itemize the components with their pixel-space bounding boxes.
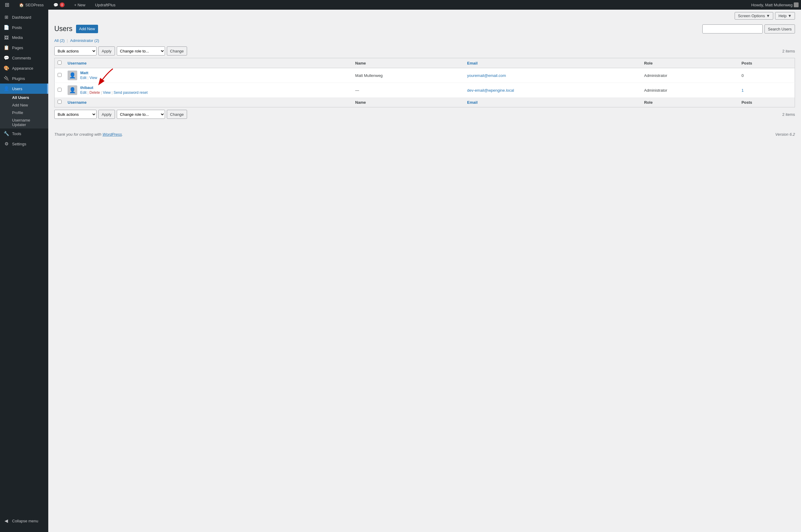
th-email[interactable]: Email: [464, 58, 641, 68]
row-name-cell-thibaut: —: [352, 83, 464, 98]
adminbar-comments[interactable]: 💬 0: [51, 0, 67, 10]
site-home-icon: 🏠: [19, 3, 24, 7]
email-sort-link[interactable]: Email: [467, 61, 478, 65]
sidebar-item-label: Collapse menu: [12, 519, 38, 523]
tfoot-role: Role: [641, 97, 739, 107]
check-all-checkbox[interactable]: [58, 61, 61, 64]
avatar-thibaut: 👤: [68, 86, 77, 95]
version-text: Version 6.2: [775, 132, 795, 137]
sidebar-item-tools[interactable]: 🔧 Tools: [0, 129, 48, 139]
th-username[interactable]: Username: [64, 58, 352, 68]
add-new-button[interactable]: Add New: [76, 25, 98, 33]
search-users-button[interactable]: Search Users: [764, 24, 795, 34]
pages-icon: 📋: [4, 45, 9, 50]
adminbar-new[interactable]: + New: [72, 0, 88, 10]
email-link-matt[interactable]: youremail@email.com: [467, 73, 506, 78]
adminbar-site-name[interactable]: 🏠 SEOPress: [17, 0, 46, 10]
sidebar-item-comments[interactable]: 💬 Comments: [0, 53, 48, 63]
avatar-matt: 👤: [68, 71, 77, 80]
sidebar-item-media[interactable]: 🖼 Media: [0, 33, 48, 42]
row-username-cell: 👤 Matt Edit | View: [64, 68, 352, 83]
sidebar-item-collapse[interactable]: ◀ Collapse menu: [0, 516, 48, 526]
row-actions-matt: Edit | View: [80, 76, 97, 80]
edit-link-matt[interactable]: Edit: [80, 76, 87, 80]
adminbar-plugin[interactable]: UpdraftPlus: [93, 0, 118, 10]
change-button-bottom[interactable]: Change: [167, 110, 187, 119]
table-footer-row: Username Name Email Role Posts: [55, 97, 795, 107]
sidebar-item-users[interactable]: 👤 Users: [0, 83, 48, 94]
change-role-select-bottom[interactable]: Change role to... Subscriber Contributor…: [117, 110, 165, 119]
appearance-icon: 🎨: [4, 65, 9, 71]
email-sort-link-bottom[interactable]: Email: [467, 100, 478, 104]
sidebar-item-plugins[interactable]: 🔌 Plugins: [0, 73, 48, 83]
tools-icon: 🔧: [4, 131, 9, 136]
help-button[interactable]: Help ▼: [775, 12, 795, 20]
bulk-actions-select-top[interactable]: Bulk actions Delete: [54, 46, 96, 56]
search-area: Search Users: [702, 24, 795, 34]
filter-links: All (2) | Administrator (2): [54, 38, 795, 43]
row-checkbox-matt[interactable]: [58, 73, 61, 77]
adminbar-wp-logo[interactable]: ⊞: [2, 0, 12, 10]
filter-all-link[interactable]: All (2): [54, 38, 66, 43]
sidebar-item-posts[interactable]: 📄 Posts: [0, 22, 48, 33]
submenu-item-add-new[interactable]: Add New: [0, 101, 48, 109]
username-link-thibaut[interactable]: thibaut: [80, 86, 148, 90]
main-content: Screen Options ▼ Help ▼ Users Add New Se…: [48, 10, 801, 532]
view-link-thibaut[interactable]: View: [103, 91, 111, 95]
username-sort-link[interactable]: Username: [68, 61, 87, 65]
row-username-cell-thibaut: 👤 thibaut Edit | Delete |: [64, 83, 352, 98]
tfoot-username[interactable]: Username: [64, 97, 352, 107]
send-password-reset-link-thibaut[interactable]: Send password reset: [114, 91, 148, 95]
row-role-cell-matt: Administrator: [641, 68, 739, 83]
change-role-select-top[interactable]: Change role to... Subscriber Contributor…: [117, 46, 165, 56]
edit-link-thibaut[interactable]: Edit: [80, 91, 87, 95]
settings-icon: ⚙: [4, 141, 9, 147]
search-input[interactable]: [702, 24, 763, 34]
sidebar-item-label: Media: [12, 35, 23, 40]
posts-link-thibaut[interactable]: 1: [742, 88, 744, 93]
table-row: 👤 Matt Edit | View: [55, 68, 795, 83]
sidebar-item-label: Settings: [12, 142, 26, 146]
row-email-cell-matt: youremail@email.com: [464, 68, 641, 83]
submenu-item-all-users[interactable]: All Users: [0, 94, 48, 101]
wordpress-link[interactable]: WordPress: [103, 132, 122, 137]
posts-icon: 📄: [4, 25, 9, 30]
change-button-top[interactable]: Change: [167, 46, 187, 56]
bulk-actions-select-bottom[interactable]: Bulk actions Delete: [54, 110, 96, 119]
screen-options-bar: Screen Options ▼ Help ▼: [48, 10, 801, 20]
filter-administrator-link[interactable]: Administrator (2): [70, 38, 99, 43]
adminbar-avatar[interactable]: [794, 2, 799, 7]
th-posts: Posts: [739, 58, 795, 68]
sidebar: ⊞ Dashboard 📄 Posts 🖼 Media 📋 Pages 💬 Co…: [0, 10, 48, 532]
table-header-row: Username Name Email Role Posts: [55, 58, 795, 68]
sidebar-item-label: Dashboard: [12, 15, 31, 20]
view-link-matt[interactable]: View: [89, 76, 97, 80]
screen-options-button[interactable]: Screen Options ▼: [734, 12, 773, 20]
apply-button-bottom[interactable]: Apply: [98, 110, 115, 119]
row-name-cell-matt: Matt Mullenweg: [352, 68, 464, 83]
sidebar-item-appearance[interactable]: 🎨 Appearance: [0, 63, 48, 73]
wp-logo-icon: ⊞: [5, 1, 10, 8]
sidebar-item-dashboard[interactable]: ⊞ Dashboard: [0, 12, 48, 22]
tfoot-email[interactable]: Email: [464, 97, 641, 107]
email-link-thibaut[interactable]: dev-email@wpengine.local: [467, 88, 514, 93]
sidebar-item-label: Posts: [12, 25, 22, 30]
submenu-item-profile[interactable]: Profile: [0, 109, 48, 116]
th-name: Name: [352, 58, 464, 68]
admin-bar: ⊞ 🏠 SEOPress 💬 0 + New UpdraftPlus Howdy…: [0, 0, 801, 10]
username-sort-link-bottom[interactable]: Username: [68, 100, 87, 104]
apply-button-top[interactable]: Apply: [98, 46, 115, 56]
sidebar-item-settings[interactable]: ⚙ Settings: [0, 139, 48, 149]
row-checkbox-thibaut[interactable]: [58, 88, 61, 92]
tfoot-name: Name: [352, 97, 464, 107]
th-role: Role: [641, 58, 739, 68]
table-row: 👤 thibaut Edit | Delete |: [55, 83, 795, 98]
check-all-checkbox-bottom[interactable]: [58, 100, 61, 104]
delete-link-thibaut[interactable]: Delete: [89, 91, 100, 95]
adminbar-howdy: Howdy, Matt Mullenweg: [751, 3, 793, 7]
submenu-item-username-updater[interactable]: Username Updater: [0, 116, 48, 129]
username-link-matt[interactable]: Matt: [80, 71, 97, 75]
row-checkbox-cell: [55, 83, 65, 98]
sidebar-item-pages[interactable]: 📋 Pages: [0, 42, 48, 53]
page-footer: Thank you for creating with WordPress. V…: [48, 126, 801, 142]
